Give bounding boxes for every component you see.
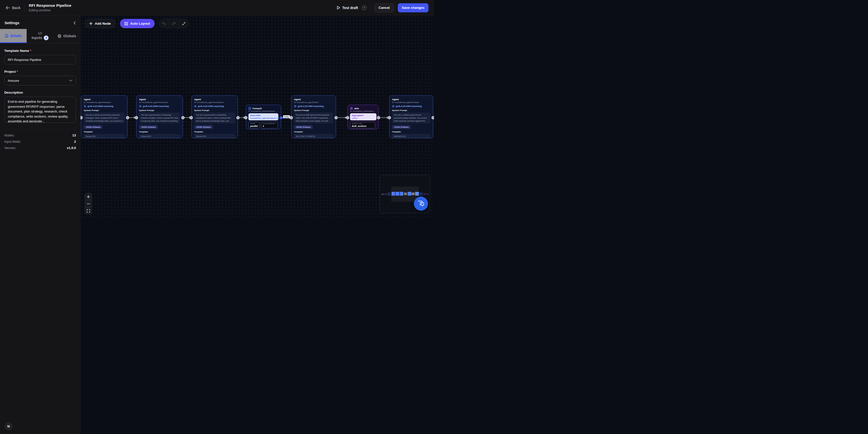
test-draft-button[interactable]: Test draft bbox=[337, 6, 358, 10]
template-label: Template: bbox=[392, 131, 431, 133]
handle-compliance-in[interactable] bbox=[190, 116, 193, 119]
auto-layout-button[interactable]: Auto Layout bbox=[120, 19, 155, 28]
node-foreach-sections[interactable]: Foreach ID: foundational_foreach#section… bbox=[246, 105, 281, 129]
node-id: ID: foundational_foreach#sections bbox=[248, 110, 279, 112]
template-label: Template: bbox=[294, 131, 333, 133]
project-label: Project* bbox=[4, 70, 76, 74]
model-name: grok-4.20-0309-reasoning bbox=[143, 105, 169, 108]
redo-button[interactable] bbox=[169, 19, 179, 28]
minimap-node bbox=[381, 194, 384, 195]
node-type-label: Agent bbox=[84, 98, 125, 101]
project-select[interactable]: Amcore bbox=[4, 76, 76, 85]
chip-icon bbox=[294, 105, 297, 108]
node-agent-writer[interactable]: Agent ID: foundational_agent#writer grok… bbox=[291, 95, 336, 138]
top-bar: Back RFI Response Pipeline Editing workf… bbox=[0, 0, 434, 16]
handle-reviewer-out[interactable] bbox=[432, 116, 434, 119]
system-prompt-label: System Prompt: bbox=[392, 109, 431, 112]
node-agent-compliance[interactable]: Agent ID: foundational_agent#compliance … bbox=[191, 95, 238, 138]
model-name: grok-4.20-0309-reasoning bbox=[298, 105, 323, 108]
node-type-label: Agent bbox=[392, 98, 431, 101]
help-icon[interactable]: ? bbox=[362, 5, 367, 10]
sidebar-divider bbox=[4, 129, 76, 129]
description-textarea[interactable]: End-to-end pipeline for generating gover… bbox=[4, 97, 76, 123]
handle-analyzer-out[interactable] bbox=[126, 116, 129, 119]
chevron-down-icon bbox=[69, 80, 72, 82]
chat-bubbles-icon bbox=[417, 201, 424, 207]
fit-view-icon[interactable] bbox=[179, 19, 189, 28]
json-schema-badge: JSON Schema bbox=[392, 125, 411, 129]
node-agent-analyzer[interactable]: Agent ID: foundational_agent#analyzer gr… bbox=[81, 95, 127, 138]
model-name: grok-4.20-0309-reasoning bbox=[88, 105, 114, 108]
edge-analyzer-researcher bbox=[129, 117, 135, 118]
add-node-label: Add Node bbox=[95, 22, 111, 25]
json-schema-badge: JSON Schema bbox=[194, 125, 213, 129]
concurrency-label: CONCURRENCY bbox=[263, 123, 276, 124]
minimap-node bbox=[415, 192, 419, 196]
output-key-value: draft_sections bbox=[352, 125, 373, 127]
template-preview: SECTION TO WRITE: ${current_section} WIN… bbox=[294, 134, 333, 138]
items-path-value: foundational_agent#analyzer.output.secti… bbox=[250, 117, 277, 119]
back-arrow-icon bbox=[5, 6, 10, 9]
zoom-in-button[interactable] bbox=[85, 193, 92, 200]
tab-globals[interactable]: Globals bbox=[54, 29, 80, 43]
handle-writer-in[interactable] bbox=[290, 116, 293, 119]
minimap-node bbox=[427, 194, 429, 195]
node-type-label: Join bbox=[354, 107, 359, 110]
chat-button[interactable] bbox=[414, 197, 428, 211]
page-subtitle: Editing workflow bbox=[29, 8, 71, 12]
handle-join-in[interactable] bbox=[346, 116, 349, 119]
concurrency-box: CONCURRENCY 3 bbox=[261, 122, 278, 128]
json-schema-badge: JSON Schema bbox=[294, 125, 313, 129]
node-id: ID: foundational_join#sections bbox=[350, 110, 376, 112]
template-name-input[interactable] bbox=[4, 55, 76, 64]
node-agent-reviewer[interactable]: Agent ID: foundational_agent#reviewer gr… bbox=[389, 95, 433, 138]
handle-researcher-in[interactable] bbox=[135, 116, 138, 119]
tab-inputs[interactable]: Inputs 2 bbox=[27, 29, 53, 43]
handle-foreach-in[interactable] bbox=[244, 116, 247, 119]
minimap-node bbox=[420, 192, 423, 196]
back-button[interactable]: Back bbox=[5, 6, 20, 10]
zoom-out-button[interactable] bbox=[85, 200, 92, 207]
back-label: Back bbox=[12, 6, 20, 10]
template-preview: Parsed RFI: ${foundational_agent#parser.… bbox=[139, 134, 180, 138]
minimap-node bbox=[384, 194, 387, 195]
node-id: ID: foundational_agent#researcher bbox=[139, 101, 180, 104]
handle-writer-out[interactable] bbox=[334, 116, 338, 119]
template-name-label: Template Name* bbox=[4, 49, 76, 53]
node-type-label: Foreach bbox=[252, 107, 262, 110]
sidebar-collapse-chevron-icon[interactable] bbox=[73, 21, 76, 25]
settings-sidebar: Settings Details Inputs 2 Globals bbox=[0, 16, 81, 217]
minimap-node bbox=[392, 192, 395, 196]
inputs-count-badge: 2 bbox=[44, 35, 49, 40]
tab-details[interactable]: Details bbox=[0, 29, 27, 43]
edge-join-reviewer bbox=[380, 117, 388, 118]
edge-writer-join bbox=[337, 117, 346, 118]
handle-reviewer-in[interactable] bbox=[388, 116, 391, 119]
workflow-canvas[interactable]: Add Node Auto Layout Agent ID: foundatio… bbox=[81, 16, 434, 217]
page-title: RFI Response Pipeline bbox=[29, 3, 71, 8]
add-node-button[interactable]: Add Node bbox=[85, 19, 116, 28]
minimap-node bbox=[424, 194, 426, 195]
node-join-sections[interactable]: Join ID: foundational_join#sections Aggr… bbox=[347, 105, 378, 129]
fullscreen-button[interactable] bbox=[85, 207, 92, 214]
aggregation-value: collect bbox=[352, 117, 375, 119]
document-icon bbox=[5, 34, 8, 38]
handle-foreach-body-out[interactable] bbox=[280, 116, 283, 119]
system-prompt-preview: You are a ruthless government proposal q… bbox=[392, 113, 431, 123]
handle-compliance-out[interactable] bbox=[236, 116, 240, 119]
template-preview: Parsed RFI: ${foundational_agent#parser.… bbox=[84, 134, 125, 138]
description-label: Description bbox=[4, 91, 76, 94]
undo-button[interactable] bbox=[159, 19, 169, 28]
save-changes-button[interactable]: Save changes bbox=[398, 3, 429, 12]
minimap-node bbox=[412, 193, 415, 195]
required-asterisk: * bbox=[17, 70, 18, 74]
handle-join-out[interactable] bbox=[377, 116, 380, 119]
header-divider-2 bbox=[370, 4, 371, 12]
handle-researcher-out[interactable] bbox=[181, 116, 185, 119]
layout-grid-icon bbox=[124, 22, 128, 25]
system-prompt-preview: You are a government contracting researc… bbox=[139, 113, 180, 123]
stat-nodes: Nodes:13 bbox=[4, 134, 76, 137]
minimap-node bbox=[408, 192, 411, 196]
node-agent-researcher[interactable]: Agent ID: foundational_agent#researcher … bbox=[136, 95, 183, 138]
cancel-button[interactable]: Cancel bbox=[374, 3, 394, 12]
